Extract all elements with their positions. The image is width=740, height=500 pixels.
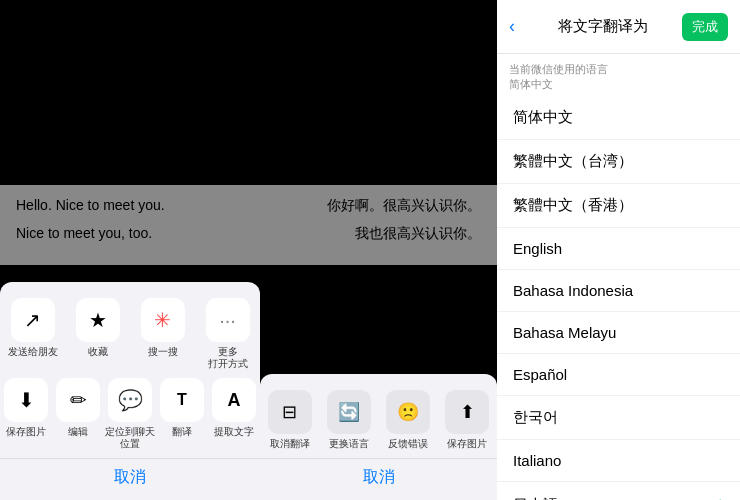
done-button[interactable]: 完成	[682, 13, 728, 41]
msg-en-2: Nice to meet you, too.	[16, 225, 152, 243]
msg-zh-2: 我也很高兴认识你。	[355, 225, 481, 243]
more-label: 更多打开方式	[208, 346, 248, 370]
action-translate[interactable]: T 翻译	[156, 378, 208, 450]
locate-label: 定位到聊天位置	[104, 426, 156, 450]
action-more[interactable]: ··· 更多打开方式	[200, 298, 255, 370]
cancel-btn-2[interactable]: 取消	[260, 458, 497, 492]
edit-icon: ✏	[56, 378, 100, 422]
lang-name-9: 日本語	[513, 496, 558, 501]
action-share[interactable]: ↗ 发送给朋友	[5, 298, 60, 370]
back-button[interactable]: ‹	[509, 12, 523, 41]
save-img-2-icon: ⬆	[445, 390, 489, 434]
current-lang-section: 当前微信使用的语言 简体中文	[497, 54, 740, 96]
lang-name-6: Español	[513, 366, 567, 383]
right-title: 将文字翻译为	[523, 17, 682, 36]
lang-item-3[interactable]: English	[497, 228, 740, 270]
lang-item-6[interactable]: Español	[497, 354, 740, 396]
search-icon: ✳	[141, 298, 185, 342]
action-edit[interactable]: ✏ 编辑	[52, 378, 104, 450]
right-panel: ‹ 将文字翻译为 完成 当前微信使用的语言 简体中文 简体中文繁體中文（台湾）繁…	[497, 0, 740, 500]
share-icon: ↗	[11, 298, 55, 342]
cancel-translate-icon: ⊟	[268, 390, 312, 434]
current-lang-label: 当前微信使用的语言	[509, 62, 728, 77]
favorite-label: 收藏	[88, 346, 108, 358]
lang-name-5: Bahasa Melayu	[513, 324, 616, 341]
action-favorite[interactable]: ★ 收藏	[70, 298, 125, 370]
search-label: 搜一搜	[148, 346, 178, 358]
action-change-lang[interactable]: 🔄 更换语言	[321, 390, 376, 450]
lang-item-4[interactable]: Bahasa Indonesia	[497, 270, 740, 312]
right-header: ‹ 将文字翻译为 完成	[497, 0, 740, 54]
action-extract[interactable]: A 提取文字	[208, 378, 260, 450]
feedback-icon: 🙁	[386, 390, 430, 434]
translate-icon: T	[160, 378, 204, 422]
message-row-2: Nice to meet you, too. 我也很高兴认识你。	[16, 225, 481, 243]
edit-label: 编辑	[68, 426, 88, 438]
action-sheet-2: ⊟ 取消翻译 🔄 更换语言 🙁 反馈错误 ⬆ 保存图片 取消	[260, 374, 497, 500]
share-label: 发送给朋友	[8, 346, 58, 358]
save-img-label: 保存图片	[6, 426, 46, 438]
change-lang-label: 更换语言	[329, 438, 369, 450]
action-save-img-2[interactable]: ⬆ 保存图片	[440, 390, 495, 450]
message-row-1: Hello. Nice to meet you. 你好啊。很高兴认识你。	[16, 197, 481, 215]
action2-row-1: ⊟ 取消翻译 🔄 更换语言 🙁 反馈错误 ⬆ 保存图片	[260, 390, 497, 450]
action-row-2: ⬇ 保存图片 ✏ 编辑 💬 定位到聊天位置 T 翻译 A 提取文字	[0, 378, 260, 450]
lang-name-0: 简体中文	[513, 108, 573, 127]
msg-en-1: Hello. Nice to meet you.	[16, 197, 165, 215]
lang-item-8[interactable]: Italiano	[497, 440, 740, 482]
lang-name-1: 繁體中文（台湾）	[513, 152, 633, 171]
lang-name-7: 한국어	[513, 408, 558, 427]
lang-name-3: English	[513, 240, 562, 257]
message-section: Hello. Nice to meet you. 你好啊。很高兴认识你。 Nic…	[0, 185, 497, 265]
lang-item-2[interactable]: 繁體中文（香港）	[497, 184, 740, 228]
language-list: 简体中文繁體中文（台湾）繁體中文（香港）EnglishBahasa Indone…	[497, 96, 740, 500]
lang-item-1[interactable]: 繁體中文（台湾）	[497, 140, 740, 184]
more-icon: ···	[206, 298, 250, 342]
left-panel: Hello. Nice to meet you. 你好啊。很高兴认识你。 Nic…	[0, 0, 497, 500]
locate-icon: 💬	[108, 378, 152, 422]
cancel-translate-label: 取消翻译	[270, 438, 310, 450]
action-sheet-1: ↗ 发送给朋友 ★ 收藏 ✳ 搜一搜 ··· 更多打开方式 ⬇ 保存图片 ✏	[0, 282, 260, 500]
cancel-btn-1[interactable]: 取消	[0, 458, 260, 492]
lang-item-5[interactable]: Bahasa Melayu	[497, 312, 740, 354]
lang-item-9[interactable]: 日本語✓	[497, 482, 740, 500]
lang-check-9: ✓	[709, 494, 724, 500]
lang-name-8: Italiano	[513, 452, 561, 469]
action-locate[interactable]: 💬 定位到聊天位置	[104, 378, 156, 450]
save-img-icon: ⬇	[4, 378, 48, 422]
feedback-label: 反馈错误	[388, 438, 428, 450]
extract-label: 提取文字	[214, 426, 254, 438]
msg-zh-1: 你好啊。很高兴认识你。	[327, 197, 481, 215]
lang-name-4: Bahasa Indonesia	[513, 282, 633, 299]
action-search[interactable]: ✳ 搜一搜	[135, 298, 190, 370]
action-cancel-translate[interactable]: ⊟ 取消翻译	[262, 390, 317, 450]
action-feedback[interactable]: 🙁 反馈错误	[381, 390, 436, 450]
favorite-icon: ★	[76, 298, 120, 342]
lang-item-7[interactable]: 한국어	[497, 396, 740, 440]
translate-label: 翻译	[172, 426, 192, 438]
save-img-2-label: 保存图片	[447, 438, 487, 450]
lang-name-2: 繁體中文（香港）	[513, 196, 633, 215]
lang-item-0[interactable]: 简体中文	[497, 96, 740, 140]
extract-icon: A	[212, 378, 256, 422]
action-row-1: ↗ 发送给朋友 ★ 收藏 ✳ 搜一搜 ··· 更多打开方式	[0, 298, 260, 370]
current-lang-value: 简体中文	[509, 77, 728, 92]
action-save-img[interactable]: ⬇ 保存图片	[0, 378, 52, 450]
change-lang-icon: 🔄	[327, 390, 371, 434]
